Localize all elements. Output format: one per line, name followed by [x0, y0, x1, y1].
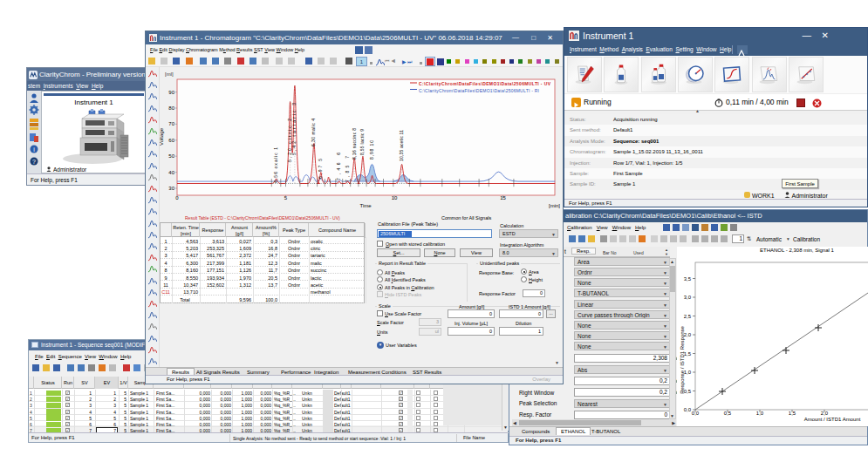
svg-text:1,0: 1,0: [684, 370, 692, 375]
svg-text:3,0: 3,0: [684, 295, 692, 300]
svg-text:8,16 succinc 8: 8,16 succinc 8: [352, 128, 357, 160]
svg-text:80: 80: [168, 105, 174, 111]
svg-text:0,0: 0,0: [692, 411, 700, 416]
svg-text:50: 50: [168, 153, 174, 159]
svg-text:0,0: 0,0: [684, 407, 692, 412]
svg-text:C:\ClarityChrom\DataFiles\DEMO: C:\ClarityChrom\DataFiles\DEMO1\Data\250…: [419, 88, 539, 93]
svg-text:5,42 tartaric 3: 5,42 tartaric 3: [291, 103, 297, 155]
svg-text:0,5: 0,5: [724, 411, 732, 416]
svg-text:30: 30: [168, 186, 174, 191]
svg-text:2,5: 2,5: [684, 314, 692, 319]
svg-text:10,35 acetic 11: 10,35 acetic 11: [399, 130, 404, 161]
svg-text:40: 40: [168, 170, 174, 175]
svg-text:Voltage: Voltage: [160, 127, 164, 146]
svg-text:1,5: 1,5: [684, 351, 692, 357]
svg-text:0,5: 0,5: [684, 389, 692, 394]
svg-text:1,0: 1,0: [756, 411, 764, 416]
svg-text:2,0: 2,0: [684, 332, 692, 337]
svg-text:?: ?: [32, 159, 36, 165]
svg-text:15: 15: [500, 195, 506, 200]
svg-text:Response / ISTD1 Response: Response / ISTD1 Response: [680, 325, 685, 393]
svg-text:3,5: 3,5: [684, 276, 692, 282]
svg-text:10: 10: [392, 195, 398, 200]
svg-text:2,0: 2,0: [821, 411, 829, 416]
svg-text:8,98 10: 8,98 10: [369, 140, 374, 160]
svg-text:90: 90: [168, 90, 174, 95]
svg-text:4,56 oxalic 1: 4,56 oxalic 1: [273, 147, 278, 183]
svg-text:0: 0: [175, 195, 179, 200]
svg-text:70: 70: [168, 121, 174, 126]
svg-text:Amount / ISTD1 Amount: Amount / ISTD1 Amount: [804, 417, 861, 422]
svg-text:[ml]: [ml]: [165, 71, 174, 77]
svg-text:5: 5: [284, 195, 288, 200]
svg-text:C:\ClarityChrom\DataFiles\DEMO: C:\ClarityChrom\DataFiles\DEMO1\Data\250…: [419, 81, 551, 86]
svg-text:[min]: [min]: [549, 203, 560, 208]
svg-text:8,55 lactic 9: 8,55 lactic 9: [359, 129, 365, 155]
svg-text:1,5: 1,5: [789, 411, 796, 416]
svg-text:Time: Time: [359, 203, 372, 208]
svg-text:6,30 malic 4: 6,30 malic 4: [311, 119, 316, 146]
svg-text:60: 60: [168, 138, 174, 143]
